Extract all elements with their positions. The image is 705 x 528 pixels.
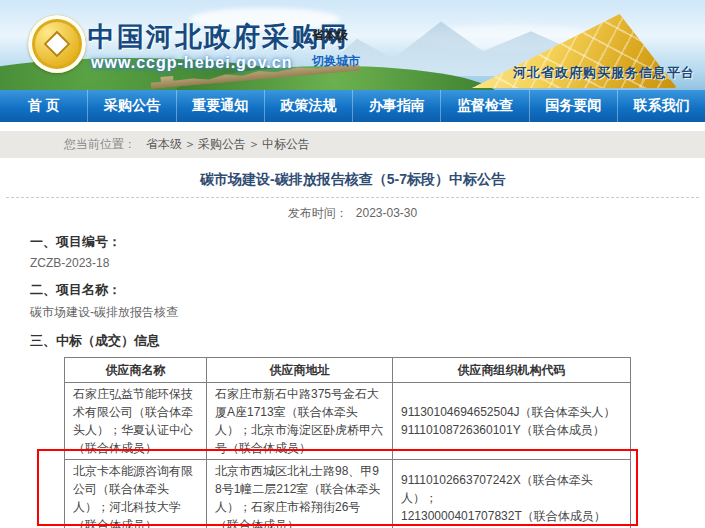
region-label: 省本级: [312, 27, 348, 44]
org-code-line: 91130104694652504J（联合体牵头人）: [401, 403, 622, 421]
nav-item-procurement-announcements[interactable]: 采购公告: [88, 90, 176, 122]
nav-item-supervision[interactable]: 监督检查: [441, 90, 529, 122]
platform-label: 河北省政府购买服务信息平台: [513, 64, 695, 82]
page-title: 碳市场建设-碳排放报告核查（5-7标段）中标公告: [0, 158, 705, 189]
site-url: www.ccgp-hebei.gov.cn: [91, 54, 292, 72]
section-heading-project-name: 二、项目名称：: [30, 281, 705, 299]
table-row: 北京卡本能源咨询有限公司（联合体牵头人）；河北科技大学（联合体成员） 北京市西城…: [65, 460, 631, 528]
publish-date-label: 发布时间：: [288, 206, 348, 220]
article-content: 碳市场建设-碳排放报告核查（5-7标段）中标公告 发布时间：2023-03-30…: [0, 158, 705, 528]
breadcrumb-item-award-notice[interactable]: 中标公告: [262, 136, 310, 153]
breadcrumb-item-province[interactable]: 省本级: [146, 136, 182, 153]
supplier-address-cell: 石家庄市新石中路375号金石大厦A座1713室（联合体牵头人）；北京市海淀区卧虎…: [207, 383, 393, 460]
switch-city-link[interactable]: 切换城市: [312, 53, 360, 70]
section-heading-award-info: 三、中标（成交）信息: [30, 332, 705, 350]
supplier-address-cell: 北京市西城区北礼士路98、甲98号1幢二层212室（联合体牵头人）；石家庄市裕翔…: [207, 460, 393, 528]
supplier-table: 供应商名称 供应商地址 供应商组织机构代码 石家庄弘益节能环保技术有限公司（联合…: [64, 357, 631, 528]
org-code-line: 12130000401707832T（联合体成员）: [401, 507, 622, 525]
site-header: 中国河北政府采购网 www.ccgp-hebei.gov.cn 省本级 切换城市…: [0, 0, 705, 90]
breadcrumb-item-announcements[interactable]: 采购公告: [198, 136, 246, 153]
supplier-code-cell: 91130104694652504J（联合体牵头人） 9111010872636…: [393, 383, 631, 460]
main-nav: 首 页 采购公告 重要通知 政策法规 办事指南 监督检查 国务要闻 联系我们: [0, 90, 705, 122]
breadcrumb: 您当前位置： 省本级 ＞ 采购公告 ＞ 中标公告: [0, 131, 705, 158]
supplier-name-cell: 石家庄弘益节能环保技术有限公司（联合体牵头人）；华夏认证中心（联合体成员）: [65, 383, 207, 460]
nav-item-service-guide[interactable]: 办事指南: [353, 90, 441, 122]
org-code-line: 91110102663707242X（联合体牵头人）；: [401, 471, 622, 507]
title-divider: [6, 197, 699, 198]
column-header-supplier-address: 供应商地址: [207, 358, 393, 383]
table-row: 石家庄弘益节能环保技术有限公司（联合体牵头人）；华夏认证中心（联合体成员） 石家…: [65, 383, 631, 460]
publish-date-line: 发布时间：2023-03-30: [0, 205, 705, 222]
org-code-line: 91110108726360101Y（联合体成员）: [401, 421, 622, 439]
table-header-row: 供应商名称 供应商地址 供应商组织机构代码: [65, 358, 631, 383]
supplier-code-cell: 91110102663707242X（联合体牵头人）； 121300004017…: [393, 460, 631, 528]
page: 中国河北政府采购网 www.ccgp-hebei.gov.cn 省本级 切换城市…: [0, 0, 705, 528]
breadcrumb-separator: ＞: [248, 136, 260, 153]
site-title: 中国河北政府采购网: [88, 19, 349, 55]
project-number-value: ZCZB-2023-18: [30, 256, 705, 270]
supplier-name-cell: 北京卡本能源咨询有限公司（联合体牵头人）；河北科技大学（联合体成员）: [65, 460, 207, 528]
nav-item-policies[interactable]: 政策法规: [265, 90, 353, 122]
nav-item-home[interactable]: 首 页: [0, 90, 88, 122]
section-heading-project-number: 一、项目编号：: [30, 233, 705, 251]
column-header-supplier-org-code: 供应商组织机构代码: [393, 358, 631, 383]
breadcrumb-separator: ＞: [184, 136, 196, 153]
nav-item-state-news[interactable]: 国务要闻: [530, 90, 618, 122]
nav-item-contact[interactable]: 联系我们: [618, 90, 705, 122]
publish-date-value: 2023-03-30: [356, 206, 417, 220]
nav-item-important-notices[interactable]: 重要通知: [177, 90, 265, 122]
site-logo-icon[interactable]: [28, 15, 86, 73]
column-header-supplier-name: 供应商名称: [65, 358, 207, 383]
breadcrumb-prefix: 您当前位置：: [64, 136, 136, 153]
project-name-value: 碳市场建设-碳排放报告核查: [30, 304, 705, 321]
